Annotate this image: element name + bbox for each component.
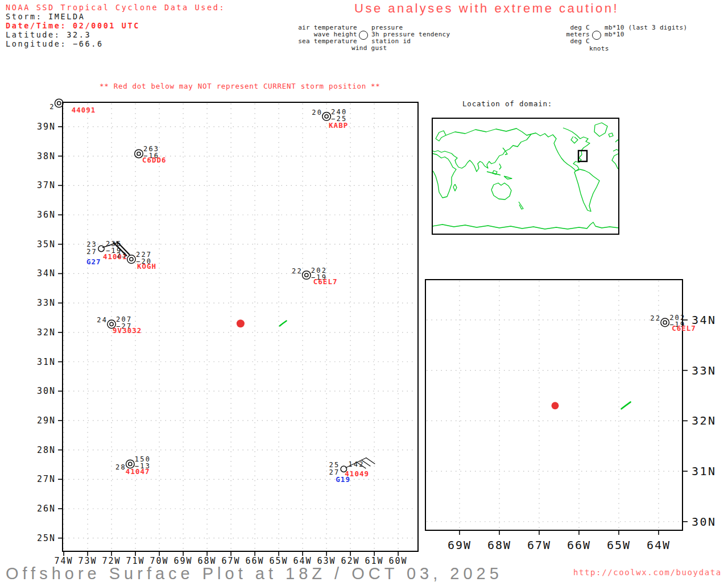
svg-text:30N: 30N bbox=[37, 386, 56, 396]
station-KABP: 20240−25KABP bbox=[312, 108, 348, 130]
station-symbol bbox=[303, 271, 311, 280]
coastline bbox=[574, 169, 599, 211]
domain-box bbox=[578, 151, 587, 161]
svg-text:KOGH: KOGH bbox=[137, 262, 156, 271]
svg-text:67W: 67W bbox=[527, 538, 551, 552]
station-C6EL7: 22202−19C6EL7 bbox=[292, 267, 338, 286]
coastline bbox=[436, 131, 446, 141]
svg-text:KABP: KABP bbox=[329, 121, 348, 130]
coastline bbox=[493, 171, 497, 174]
svg-text:25: 25 bbox=[329, 461, 340, 469]
coastline bbox=[446, 128, 531, 135]
svg-text:C6EL7: C6EL7 bbox=[672, 324, 696, 332]
svg-text:20: 20 bbox=[312, 109, 322, 117]
svg-text:41047: 41047 bbox=[126, 467, 150, 476]
svg-text:39N: 39N bbox=[37, 122, 56, 132]
svg-text:64W: 64W bbox=[647, 538, 671, 552]
island-bermuda bbox=[622, 402, 631, 409]
svg-text:28N: 28N bbox=[37, 445, 56, 455]
svg-text:32N: 32N bbox=[692, 414, 717, 427]
source-url-link[interactable]: http://coolwx.com/buoydata bbox=[573, 568, 722, 577]
station-44091: 244091 bbox=[49, 99, 96, 114]
svg-text:66W: 66W bbox=[567, 538, 591, 552]
svg-text:27N: 27N bbox=[37, 474, 56, 484]
svg-text:33N: 33N bbox=[37, 298, 56, 308]
station-symbol bbox=[127, 255, 136, 264]
station-symbol bbox=[55, 99, 63, 107]
svg-text:9V3032: 9V3032 bbox=[113, 326, 142, 335]
station-C6DD6: 263−16C6DD6 bbox=[135, 145, 167, 164]
coastline bbox=[432, 222, 619, 229]
svg-text:2: 2 bbox=[49, 103, 55, 111]
coastline bbox=[504, 176, 512, 179]
coastline bbox=[571, 136, 578, 143]
station-C6EL7: 22202−19C6EL7 bbox=[650, 314, 696, 332]
world-inset-map bbox=[432, 118, 619, 234]
island-bermuda bbox=[280, 321, 287, 326]
svg-text:28: 28 bbox=[115, 463, 126, 471]
svg-text:30N: 30N bbox=[692, 515, 717, 529]
station-symbol bbox=[661, 318, 669, 327]
svg-text:36N: 36N bbox=[37, 210, 56, 220]
svg-text:C6EL7: C6EL7 bbox=[313, 277, 338, 286]
svg-text:29N: 29N bbox=[37, 415, 56, 426]
svg-text:38N: 38N bbox=[37, 151, 56, 161]
svg-text:69W: 69W bbox=[448, 538, 471, 552]
svg-text:33N: 33N bbox=[692, 364, 717, 377]
wind-barb bbox=[366, 458, 375, 464]
svg-text:C6DD6: C6DD6 bbox=[142, 156, 167, 164]
svg-text:31N: 31N bbox=[37, 357, 56, 367]
svg-text:35N: 35N bbox=[37, 239, 56, 250]
svg-text:32N: 32N bbox=[37, 327, 56, 338]
coastline bbox=[499, 164, 501, 169]
coastline bbox=[432, 153, 456, 198]
svg-text:23: 23 bbox=[117, 251, 127, 259]
svg-text:22: 22 bbox=[292, 267, 303, 275]
coastline bbox=[491, 183, 511, 199]
coastline bbox=[432, 134, 531, 172]
svg-text:G27: G27 bbox=[86, 257, 101, 266]
coastline bbox=[563, 128, 590, 171]
svg-text:23: 23 bbox=[86, 240, 97, 248]
svg-text:68W: 68W bbox=[487, 538, 511, 552]
svg-text:37N: 37N bbox=[37, 180, 56, 190]
coastline bbox=[531, 133, 576, 171]
svg-text:24: 24 bbox=[97, 316, 107, 324]
station-41049: 252714241049G19 bbox=[329, 458, 375, 484]
coastline bbox=[612, 153, 619, 169]
station-41047: 28150−1341047 bbox=[115, 455, 151, 476]
svg-text:31N: 31N bbox=[692, 464, 717, 478]
svg-text:27: 27 bbox=[86, 248, 97, 256]
detail-map: 34N33N32N31N30N69W68W67W66W65W64W22202−1… bbox=[425, 280, 717, 552]
svg-text:44091: 44091 bbox=[72, 106, 96, 114]
svg-text:25N: 25N bbox=[37, 533, 56, 543]
buoy-plot-page: NOAA SSD Tropical Cyclone Data Used: Sto… bbox=[0, 0, 728, 582]
plot-title: Offshore Surface Plot at 18Z / OCT 03, 2… bbox=[6, 564, 503, 582]
coastline bbox=[609, 133, 613, 137]
svg-text:65W: 65W bbox=[607, 538, 631, 552]
svg-text:26N: 26N bbox=[37, 504, 56, 514]
coastline bbox=[453, 184, 457, 191]
station-9V3032: 24207−279V3032 bbox=[97, 315, 142, 335]
storm-position-dot bbox=[551, 402, 559, 409]
storm-position-dot bbox=[237, 319, 245, 327]
main-map: 39N38N37N36N35N34N33N32N31N30N29N28N27N2… bbox=[37, 99, 418, 566]
svg-text:22: 22 bbox=[650, 314, 661, 322]
svg-text:34N: 34N bbox=[37, 268, 56, 278]
plot-canvas: 39N38N37N36N35N34N33N32N31N30N29N28N27N2… bbox=[0, 0, 728, 582]
coastline bbox=[594, 123, 607, 136]
coastline bbox=[519, 202, 523, 209]
station-symbol bbox=[98, 246, 104, 251]
coastline bbox=[613, 149, 619, 151]
svg-text:G19: G19 bbox=[336, 475, 350, 484]
svg-text:142: 142 bbox=[348, 460, 364, 468]
